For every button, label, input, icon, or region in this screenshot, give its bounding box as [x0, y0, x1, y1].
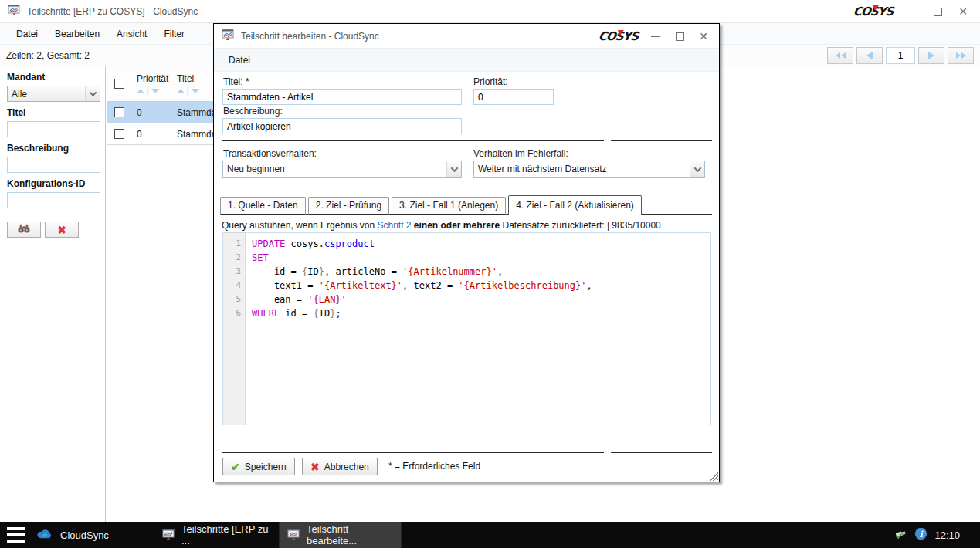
separator [611, 452, 712, 453]
app-chart-icon [8, 4, 20, 19]
transaktionsverhalten-label: Transaktionsverhalten: [223, 148, 317, 159]
tab-quelle-daten[interactable]: 1. Quelle - Daten [220, 197, 306, 215]
taskbar-item-teilschritt-bearbeiten[interactable]: Teilschritt bearbeite... [280, 522, 402, 548]
minimize-button[interactable] [906, 5, 918, 18]
cell-prioritaet: 0 [131, 123, 171, 144]
sql-query-editor[interactable]: 1 2 3 4 5 6 UPDATE cosys.csproduct SET i… [222, 232, 711, 425]
separator [222, 452, 604, 453]
main-window-title: Teilschritte [ERP zu COSYS] - CloudSync [27, 6, 198, 17]
chevron-down-icon [690, 161, 704, 177]
mandant-selected-value: Alle [8, 89, 85, 100]
sort-asc-icon[interactable] [177, 89, 185, 93]
transaktionsverhalten-select[interactable]: Neu beginnen [222, 161, 462, 178]
konfigurations-id-label: Konfigurations-ID [7, 178, 100, 189]
fehlerfall-value: Weiter mit nächstem Datensatz [474, 164, 690, 174]
chevron-down-icon [85, 86, 100, 101]
dialog-menu-datei[interactable]: Datei [220, 49, 259, 71]
red-x-icon: ✖ [57, 225, 66, 235]
cancel-button[interactable]: ✖ Abbrechen [302, 458, 378, 475]
dialog-titlebar[interactable]: Teilschritt bearbeiten - CloudSync COSYS… [214, 24, 719, 49]
sql-code[interactable]: UPDATE cosys.csproduct SET id = {ID}, ar… [246, 233, 710, 425]
green-check-icon: ✔ [231, 462, 240, 472]
taskbar-item-cloudsync[interactable]: CloudSync [28, 522, 154, 548]
beschreibung-filter-input[interactable] [7, 157, 100, 173]
app-chart-icon [222, 29, 234, 43]
dialog-maximize-button[interactable] [673, 30, 686, 42]
start-menu-button[interactable] [0, 522, 28, 548]
separator [611, 140, 712, 141]
mandant-label: Mandant [7, 72, 100, 83]
tab-ziel-fall-2[interactable]: 4. Ziel - Fall 2 (Aktualisieren) [508, 195, 642, 215]
menu-bearbeiten[interactable]: Bearbeiten [46, 23, 108, 45]
previous-page-button[interactable] [856, 47, 883, 64]
pagination [827, 47, 974, 64]
select-all-checkbox[interactable] [114, 79, 124, 89]
query-info-text: Query ausführen, wenn Ergebnis von Schri… [222, 220, 661, 231]
binoculars-icon [17, 224, 31, 235]
titel-filter-input[interactable] [7, 121, 100, 137]
search-button[interactable] [7, 222, 41, 238]
mandant-select[interactable]: Alle [7, 86, 100, 102]
konfigurations-id-input[interactable] [7, 192, 100, 208]
dialog-menubar: Datei [214, 49, 719, 72]
filter-sidebar: Mandant Alle Titel Beschreibung Konfigur… [0, 66, 106, 522]
sort-desc-icon[interactable] [151, 89, 159, 93]
required-field-note: * = Erforderliches Feld [388, 458, 480, 475]
clock: 12:10 [934, 529, 960, 541]
step-tabs: 1. Quelle - Daten 2. Ziel - Prüfung 3. Z… [220, 195, 642, 215]
safely-remove-hardware-icon[interactable] [894, 527, 907, 543]
main-window-titlebar: Teilschritte [ERP zu COSYS] - CloudSync … [0, 0, 980, 23]
maximize-button[interactable] [931, 5, 944, 18]
titel-input[interactable] [222, 89, 462, 105]
prioritaet-input[interactable] [473, 89, 554, 105]
titel-filter-label: Titel [7, 107, 100, 118]
red-x-icon: ✖ [310, 462, 320, 472]
cosys-logo: COSYS [598, 29, 639, 43]
chevron-down-icon [446, 161, 461, 177]
fehlerfall-label: Verhalten im Fehlerfall: [473, 148, 568, 159]
dialog-minimize-button[interactable] [649, 30, 662, 42]
schritt-2-link[interactable]: Schritt 2 [377, 220, 411, 231]
chart-window-icon [162, 528, 175, 543]
tab-ziel-pruefung[interactable]: 2. Ziel - Prüfung [308, 197, 389, 215]
save-button[interactable]: ✔ Speichern [222, 458, 295, 475]
prioritaet-label: Priorität: [473, 76, 508, 87]
dialog-close-button[interactable]: ✕ [697, 30, 710, 42]
cloud-sync-icon [36, 528, 53, 543]
clear-filter-button[interactable]: ✖ [45, 222, 79, 238]
fehlerfall-select[interactable]: Weiter mit nächstem Datensatz [473, 161, 705, 178]
tab-ziel-fall-1[interactable]: 3. Ziel - Fall 1 (Anlegen) [392, 197, 506, 215]
close-button[interactable]: ✕ [957, 5, 969, 18]
cell-prioritaet: 0 [131, 102, 171, 123]
beschreibung-filter-label: Beschreibung [7, 143, 100, 154]
taskbar: CloudSync Teilschritte [ERP zu ... Teils… [0, 522, 980, 548]
teilschritt-bearbeiten-dialog: Teilschritt bearbeiten - CloudSync COSYS… [213, 23, 720, 482]
info-icon[interactable] [914, 527, 927, 543]
last-page-button[interactable] [948, 47, 974, 64]
row-checkbox[interactable] [114, 129, 124, 139]
sort-desc-icon[interactable] [192, 89, 199, 93]
separator [222, 140, 604, 141]
transaktionsverhalten-value: Neu beginnen [223, 164, 446, 174]
menu-ansicht[interactable]: Ansicht [108, 23, 155, 45]
row-checkbox[interactable] [114, 107, 124, 117]
first-page-button[interactable] [827, 47, 853, 64]
titel-label: Titel: * [223, 76, 249, 87]
menu-filter[interactable]: Filter [155, 23, 193, 45]
column-header-prioritaet[interactable]: Priorität | [131, 66, 171, 101]
next-page-button[interactable] [918, 47, 944, 64]
sort-asc-icon[interactable] [137, 89, 144, 93]
status-text: Zeilen: 2, Gesamt: 2 [6, 50, 90, 61]
page-number-input[interactable] [886, 47, 915, 64]
taskbar-item-teilschritte[interactable]: Teilschritte [ERP zu ... [154, 522, 280, 548]
chart-window-icon [287, 528, 300, 543]
cosys-logo: COSYS [853, 5, 894, 19]
beschreibung-input[interactable] [222, 118, 462, 134]
dialog-title: Teilschritt bearbeiten - CloudSync [241, 31, 379, 42]
beschreibung-label: Beschreibung: [223, 106, 283, 117]
menu-datei[interactable]: Datei [8, 23, 46, 45]
line-numbers: 1 2 3 4 5 6 [223, 233, 246, 425]
